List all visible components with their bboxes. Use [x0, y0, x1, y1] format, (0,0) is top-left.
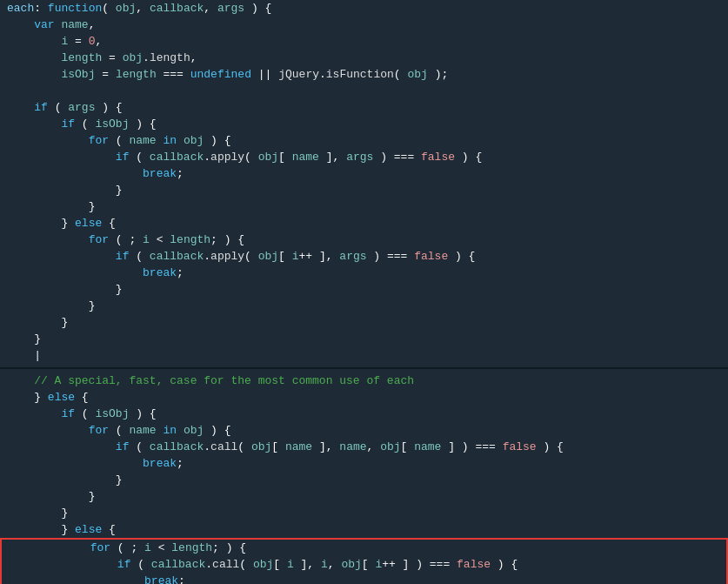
code-line: if ( callback.call( obj[ i ], i, obj[ i+… [2, 556, 726, 573]
code-line: } else { [0, 389, 728, 406]
code-line: } [0, 331, 728, 347]
code-line: } [0, 298, 728, 314]
code-line: if ( isObj ) { [0, 406, 728, 422]
code-line: } [0, 314, 728, 331]
code-line: length = obj.length, [0, 50, 728, 66]
code-line: for ( name in obj ) { [0, 422, 728, 439]
code-line: each: function( obj, callback, args ) { [0, 0, 728, 17]
code-line: break; [0, 455, 728, 472]
code-line: } else { [0, 521, 728, 538]
section-divider [0, 367, 728, 369]
code-line: if ( isObj ) { [0, 116, 728, 132]
code-line: break; [0, 265, 728, 281]
code-line: if ( args ) { [0, 99, 728, 116]
code-line: } else { [0, 215, 728, 232]
code-line: if ( callback.apply( obj[ name ], args )… [0, 149, 728, 165]
code-line: break; [2, 573, 726, 584]
code-line: i = 0, [0, 33, 728, 50]
code-line: } [0, 505, 728, 521]
comment-line: // A special, fast, case for the most co… [0, 373, 728, 389]
code-line: for ( ; i < length; ) { [0, 232, 728, 248]
code-line: isObj = length === undefined || jQuery.i… [0, 66, 728, 83]
code-line: } [0, 198, 728, 215]
code-line: for ( ; i < length; ) { [2, 540, 726, 556]
code-line: var name, [0, 17, 728, 33]
code-line: } [0, 281, 728, 298]
code-container: each: function( obj, callback, args ) { … [0, 0, 728, 584]
code-line: break; [0, 165, 728, 182]
code-line: for ( name in obj ) { [0, 132, 728, 149]
code-line: if ( callback.call( obj[ name ], name, o… [0, 439, 728, 455]
code-line [0, 83, 728, 99]
cursor-line: | [0, 347, 728, 364]
highlighted-code-block: for ( ; i < length; ) { if ( callback.ca… [0, 538, 728, 584]
code-line: } [0, 472, 728, 488]
code-line: if ( callback.apply( obj[ i++ ], args ) … [0, 248, 728, 265]
code-line: } [0, 182, 728, 198]
code-line: } [0, 488, 728, 505]
